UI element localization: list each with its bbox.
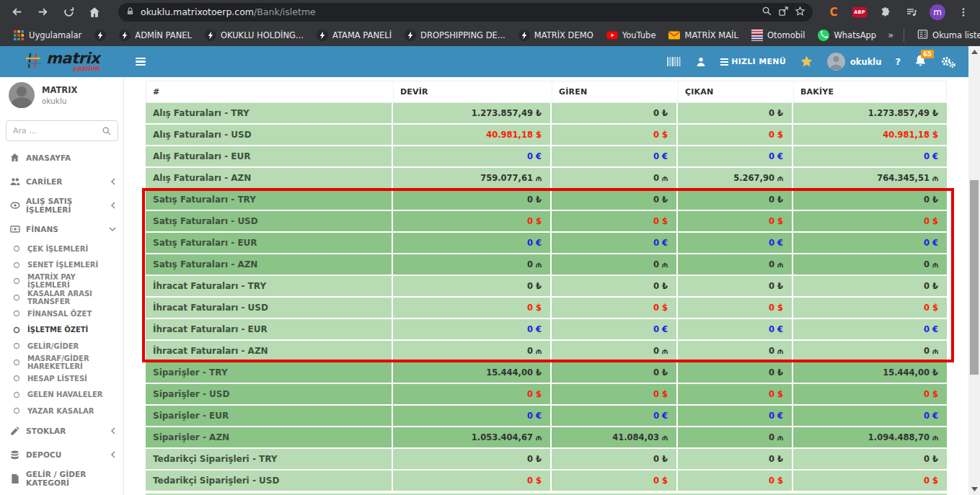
scroll-down-arrow[interactable] (968, 483, 980, 495)
bookmark-whatsapp[interactable]: WhatsApp (812, 27, 882, 43)
cell-devir: 0 ₺ (393, 189, 552, 211)
bookmark-uygulamalar[interactable]: Uygulamalar (7, 27, 87, 43)
globe-icon (119, 30, 131, 41)
sidebar-item-stoklar[interactable]: STOKLAR (0, 419, 123, 443)
user-menu[interactable]: okuklu (827, 53, 882, 71)
sidebar-item-depocu[interactable]: DEPOCU (0, 443, 123, 467)
chevron-left-icon (110, 427, 116, 434)
sidebar-item-alis-satis-islemleri[interactable]: ALIŞ SATIŞ İŞLEMLERİ (0, 193, 123, 217)
table-row-alis-faturalari-eur: Alış Faturaları - EUR0 €0 €0 €0 € (146, 146, 947, 168)
bookmark-atama-paneli[interactable]: ATAMA PANELİ (311, 27, 397, 43)
sidebar-item-cek-islemleri[interactable]: ÇEK İŞLEMLERİ (0, 241, 123, 257)
sidebar-item-senet-islemleri[interactable]: SENET İŞLEMLERİ (0, 257, 123, 274)
media-queue-icon[interactable] (901, 3, 922, 22)
cell-cikan: 0 $ (678, 298, 793, 319)
sidebar-item-label: GELİR/GİDER (27, 342, 79, 350)
address-bar[interactable]: okuklu.matrixotoerp.com/Bank/isletme (118, 3, 813, 22)
help-button[interactable]: ? (895, 56, 901, 67)
table-row-siparisler-azn: Siparişler - AZN1.053.404,67 ₼41.084,03 … (146, 427, 947, 449)
bookmark-label: DROPSHIPPING DE... (420, 30, 506, 40)
page-scrollbar[interactable] (968, 46, 980, 495)
sidebar-item-isletme-ozeti[interactable]: İŞLETME ÖZETİ (0, 322, 123, 339)
sidebar-item-hesap-listesi[interactable]: HESAP LİSTESİ (0, 370, 123, 387)
cell-bakiye: 0 € (793, 146, 947, 168)
barcode-icon[interactable] (667, 56, 681, 67)
app-logo[interactable]: matrix yazılım (0, 46, 124, 77)
bookmark-matrix-demo[interactable]: MATRİX DEMO (513, 27, 599, 43)
chevron-left-icon (110, 202, 116, 209)
sidebar-item-matrix-pay-islemleri[interactable]: MATRİX PAY İŞLEMLERİ (0, 273, 123, 290)
favorites-star-icon[interactable] (800, 55, 813, 68)
circle-icon (11, 359, 22, 366)
row-label: İhracat Faturaları - AZN (146, 341, 393, 362)
cell-devir: 1.273.857,49 ₺ (393, 103, 552, 125)
person-icon[interactable] (695, 56, 707, 68)
quick-menu-button[interactable]: HIZLI MENÜ (720, 57, 786, 66)
search-icon[interactable] (102, 125, 112, 139)
bookmark-matrix-mail[interactable]: MATRİX MAİL (663, 27, 743, 43)
sidebar-user-name: MATRIX (42, 85, 77, 95)
share-icon[interactable] (778, 6, 789, 19)
bookmark-youtube[interactable]: YouTube (601, 27, 662, 43)
apps-grid-icon (13, 30, 25, 41)
sidebar-item-finans[interactable]: FİNANS (0, 217, 123, 241)
cell-bakiye: 0 $ (793, 384, 947, 406)
bookmark-okuklu-holding[interactable]: OKUKLU HOLDİNG... (199, 27, 309, 43)
bookmark-dropshipping-de[interactable]: DROPSHIPPING DE... (399, 27, 511, 43)
bookmarks-overflow-chevron[interactable]: » (885, 30, 896, 40)
cell-bakiye: 0 € (793, 406, 947, 427)
reading-list-button[interactable]: Okuma listesi (911, 27, 980, 44)
cell-devir: 0 $ (393, 471, 552, 492)
reading-list-icon (917, 29, 928, 42)
sidebar-item-yazar-kasalar[interactable]: YAZAR KASALAR (0, 403, 123, 419)
sidebar-item-masraf-gider-hareketleri[interactable]: MASRAF/GİDER HAREKETLERİ (0, 354, 123, 371)
colorzilla-extension-icon[interactable]: C (823, 3, 844, 22)
bookmark-star-icon[interactable] (795, 6, 805, 19)
lock-icon (125, 6, 135, 18)
sidebar-item-gelen-havaleler[interactable]: GELEN HAVALELER (0, 387, 123, 403)
table-row-ihracat-faturalari-eur: İhracat Faturaları - EUR0 €0 €0 €0 € (146, 319, 947, 341)
sidebar-item-finansal-ozet[interactable]: FİNANSAL ÖZET (0, 306, 123, 322)
table-row-satis-faturalari-azn: Satış Faturaları - AZN0 ₼0 ₼0 ₼0 ₼ (146, 254, 947, 276)
sidebar-toggle-icon[interactable] (124, 46, 156, 77)
cell-cikan: 0 ₼ (678, 254, 793, 276)
globe-icon (205, 30, 216, 41)
cell-giren: 0 ₺ (552, 103, 678, 125)
sidebar-item-anasayfa[interactable]: ANASAYFA (0, 146, 123, 169)
settings-gears-icon[interactable] (940, 55, 955, 68)
bookmark-label: Otomobil (767, 30, 805, 40)
sidebar-item-kasalar-arasi-transfer[interactable]: KASALAR ARASI TRANSFER (0, 290, 123, 306)
column-header-giren: GİREN (552, 81, 679, 102)
scrollbar-thumb[interactable] (970, 180, 979, 375)
circle-icon (11, 310, 22, 317)
cell-bakiye: 0 ₺ (793, 449, 947, 471)
globe-icon (518, 30, 530, 41)
eye-icon (9, 201, 20, 210)
cell-giren: 0 $ (552, 471, 678, 492)
scroll-up-arrow[interactable] (968, 46, 980, 58)
notifications-button[interactable]: 65 (914, 54, 927, 69)
row-label: Siparişler - AZN (146, 427, 393, 449)
row-label: Siparişler - EUR (146, 406, 393, 427)
home-button-icon[interactable] (84, 3, 105, 22)
sidebar-item-gelir-gider[interactable]: GELİR/GİDER (0, 338, 123, 354)
sidebar-item-gelir-gider-kategori[interactable]: GELİR / GİDER KATEGORİ (0, 467, 123, 491)
row-label: İhracat Faturaları - EUR (146, 319, 393, 341)
cell-bakiye: 0 € (793, 319, 947, 341)
table-row-tedarikci-siparisleri-usd: Tedarikçi Siparişleri - USD0 $0 $0 $0 $ (146, 471, 947, 492)
bookmark-admin-panel[interactable]: ADMİN PANEL (113, 27, 198, 43)
extensions-puzzle-icon[interactable] (875, 3, 896, 22)
profile-avatar[interactable]: m (927, 3, 948, 22)
forward-icon[interactable] (32, 3, 53, 22)
zoom-icon[interactable] (762, 6, 772, 19)
back-icon[interactable] (6, 3, 27, 22)
refresh-icon[interactable] (58, 3, 79, 22)
adblock-extension-icon[interactable]: ABP (849, 3, 870, 22)
bookmark-otomobil[interactable]: Otomobil (746, 27, 811, 43)
cell-giren: 0 ₼ (552, 168, 678, 189)
cell-devir: 759.077,61 ₼ (393, 168, 552, 189)
browser-menu-icon[interactable] (953, 3, 974, 22)
bookmark-favicon[interactable] (89, 27, 112, 43)
cell-bakiye: 0 € (793, 233, 947, 254)
sidebar-item-cariler[interactable]: CARİLER (0, 169, 123, 193)
